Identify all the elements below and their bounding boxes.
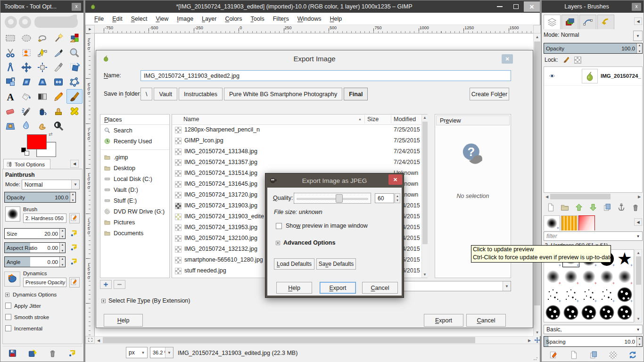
tool-eraser[interactable] — [2, 104, 18, 118]
reset-yellow-icon[interactable] — [67, 348, 77, 358]
brush-filter-input[interactable]: filter ▼ — [544, 231, 643, 241]
scroll-left-icon[interactable]: ◀ — [545, 195, 549, 199]
export-dialog-titlebar[interactable]: Export Image ✕ — [96, 50, 533, 66]
dock-menu-button[interactable]: ◀ — [634, 17, 642, 25]
file-row[interactable]: IMG_20150724_131357.jpg7/24/2015 — [172, 157, 427, 168]
tool-foreground-select[interactable] — [18, 45, 34, 60]
place-desktop[interactable]: Desktop — [100, 163, 169, 173]
tool-cage-transform[interactable] — [66, 74, 83, 89]
reset-aspect-icon[interactable] — [69, 243, 79, 252]
breadcrumb-root[interactable]: \ — [140, 88, 152, 100]
layer-opacity-slider[interactable]: Opacity 100.0 ▲▼ — [544, 43, 643, 54]
checkbox-smooth-stroke[interactable]: Smooth stroke — [5, 314, 49, 320]
brush-cell[interactable] — [598, 304, 616, 321]
scroll-down-icon[interactable]: ▼ — [422, 272, 428, 277]
scroll-up-icon[interactable]: ▲ — [635, 251, 642, 255]
folder-icon[interactable] — [560, 203, 570, 212]
layers-horizontal-scrollbar[interactable]: ◀ ▶ — [544, 193, 643, 200]
brush-cell[interactable] — [580, 304, 598, 321]
cancel-button[interactable]: Cancel — [362, 282, 398, 294]
tool-clone[interactable] — [50, 104, 66, 118]
menu-filters[interactable]: Filters — [269, 16, 293, 22]
toolbox-close-button[interactable]: x — [72, 3, 81, 11]
tab-layers[interactable] — [544, 15, 561, 29]
tool-paths[interactable] — [34, 45, 50, 60]
places-header[interactable]: Places — [100, 115, 169, 125]
tool-color-picker[interactable] — [50, 45, 66, 60]
place--gimp[interactable]: .gimp — [100, 152, 169, 163]
help-button[interactable]: Help — [104, 314, 143, 327]
page-icon[interactable] — [569, 350, 578, 360]
brush-cell[interactable]: ★+ — [616, 250, 634, 268]
spacing-spinner[interactable]: ▲▼ — [636, 337, 642, 346]
checkbox-incremental[interactable]: Incremental — [5, 325, 42, 331]
spacing-slider[interactable]: Spacing 10.0 ▲▼ — [544, 336, 643, 347]
breadcrumb-vault[interactable]: Vault — [154, 88, 177, 100]
foreground-color-swatch[interactable] — [27, 134, 47, 149]
opacity-slider[interactable]: Opacity 100.0 ▲▼ — [4, 192, 76, 203]
tool-heal[interactable] — [66, 104, 83, 118]
reset-angle-icon[interactable] — [69, 257, 79, 266]
trash-icon[interactable] — [631, 203, 640, 212]
tool-fuzzy-select[interactable] — [50, 31, 66, 45]
tab-gradients[interactable] — [578, 215, 595, 230]
menu-edit[interactable]: Edit — [108, 16, 127, 22]
brush-cell[interactable]: + — [616, 286, 634, 304]
edit-brush-button[interactable] — [69, 213, 80, 223]
file-row[interactable]: IMG_20150724_131348.jpg7/24/2015 — [172, 147, 427, 157]
zoom-combo[interactable]: 36.2 % ▼ — [150, 347, 173, 358]
quality-spinner[interactable]: ▲▼ — [395, 193, 400, 203]
menu-image[interactable]: Image — [173, 16, 198, 22]
brush-cell[interactable]: + — [580, 286, 598, 304]
breadcrumb-final[interactable]: Final — [344, 88, 368, 100]
tool-flip[interactable] — [50, 74, 66, 89]
vertical-scroll-thumb[interactable] — [534, 41, 540, 305]
maximize-button[interactable] — [508, 1, 524, 12]
place-search[interactable]: Search — [100, 125, 169, 136]
column-header-name[interactable]: Name — [183, 116, 199, 123]
scroll-up-icon[interactable]: ▲ — [534, 35, 541, 39]
tool-scale[interactable] — [2, 74, 18, 89]
save-defaults-button[interactable]: Save Defaults — [316, 258, 356, 270]
brush-cell[interactable]: + — [562, 286, 580, 304]
tool-rect-select[interactable] — [2, 31, 18, 45]
dynamics-name-input[interactable]: Pressure Opacity — [23, 278, 66, 287]
place-recently-used[interactable]: Recently Used — [100, 136, 169, 147]
horizontal-scrollbar[interactable]: ◀ ▶ — [95, 336, 533, 344]
brush-cell[interactable]: + — [598, 268, 616, 286]
tool-ink[interactable] — [34, 104, 50, 118]
menu-layer[interactable]: Layer — [198, 16, 221, 22]
create-folder-button[interactable]: Create Folder — [470, 88, 509, 100]
checkbox-icon[interactable] — [5, 325, 11, 331]
column-header-size[interactable]: Size — [367, 116, 379, 123]
scroll-left-icon[interactable]: ◀ — [96, 338, 101, 343]
horizontal-scroll-thumb[interactable] — [103, 337, 475, 343]
size-spinner[interactable]: ▲▼ — [59, 229, 65, 239]
add-bookmark-button[interactable] — [100, 280, 112, 289]
aspect-ratio-slider[interactable]: Aspect Ratio 0.00 ▲▼ — [4, 242, 66, 253]
breadcrumb-instructables[interactable]: Instructables — [179, 88, 223, 100]
resize-grip[interactable] — [533, 356, 538, 361]
paint-mode-combo[interactable]: Normal ▼ — [22, 180, 80, 189]
tool-perspective-clone[interactable] — [2, 118, 18, 133]
default-colors-icon[interactable] — [21, 148, 30, 156]
tab-paths[interactable] — [579, 15, 596, 29]
scroll-down-icon[interactable]: ▼ — [635, 317, 642, 321]
menu-view[interactable]: View — [151, 16, 173, 22]
save-floppy-icon[interactable] — [8, 348, 17, 358]
remove-bookmark-button[interactable] — [114, 280, 125, 289]
tool-text[interactable]: A — [2, 89, 18, 104]
tool-scissors-select[interactable] — [2, 45, 18, 60]
duplicate-icon[interactable] — [603, 203, 612, 212]
file-row[interactable]: 1280px-Sharpened_pencil_n7/25/2015 — [172, 125, 427, 136]
breadcrumb-pure-white-bg-smartphone-photography[interactable]: Pure White BG Smartphone Photography — [224, 88, 342, 100]
brush-cell[interactable]: + — [616, 268, 634, 286]
menu-tools[interactable]: Tools — [247, 16, 269, 22]
quality-slider[interactable] — [294, 193, 371, 204]
edit-pencil-icon[interactable] — [549, 350, 558, 360]
quality-slider-knob[interactable] — [336, 194, 343, 203]
place-pictures[interactable]: Pictures — [100, 217, 169, 228]
zoom-follow-window-button[interactable] — [533, 25, 541, 33]
place-vault-d-[interactable]: Vault (D:) — [100, 184, 169, 195]
arrow-down-green-icon[interactable] — [588, 203, 598, 212]
